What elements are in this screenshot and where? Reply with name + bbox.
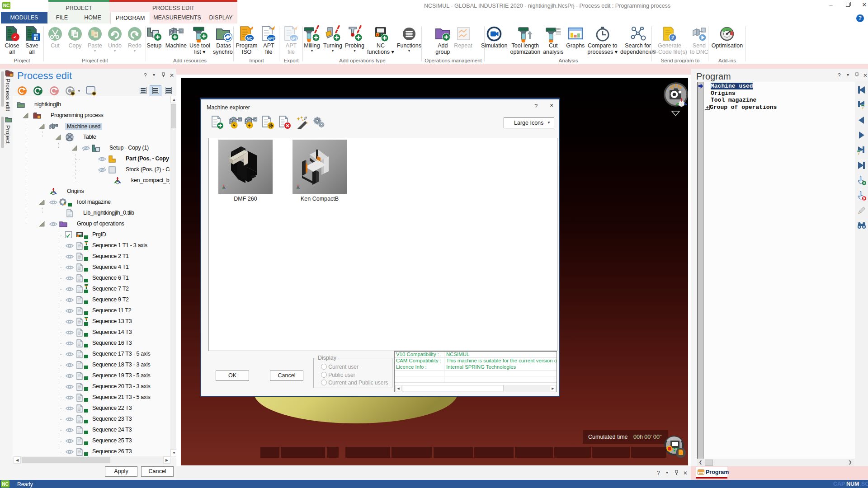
panel-pin-icon[interactable] (161, 72, 165, 79)
ribbon-button-copy[interactable]: Copy (65, 23, 85, 49)
tree-node-prgid[interactable]: PrgID (13, 230, 170, 240)
ribbon-button-save-all[interactable]: Save all (22, 23, 42, 55)
ribbon-button-paste[interactable]: Paste ▾ (85, 23, 105, 52)
program-item-machine-used[interactable]: Machine used (704, 83, 855, 89)
tree-node-sequence-20-t3-3-axis[interactable]: Sequence 20 T3 - 3 axis (13, 381, 170, 392)
program-horizontal-scrollbar[interactable]: ❮ ❯ (697, 459, 854, 466)
panel-help-icon[interactable]: ? (144, 72, 147, 79)
program-help-icon[interactable]: ? (838, 72, 841, 79)
ribbon-button-machine[interactable]: Machine (164, 23, 188, 49)
ribbon-button-generate-g-code-file-s[interactable]: 2 Generate G-Code file(s) (651, 23, 689, 55)
go-last-icon[interactable] (856, 160, 867, 171)
ribbon-button-program-iso[interactable]: NC Program ISO (235, 23, 259, 55)
program-bottom-tab[interactable]: Program (696, 467, 727, 479)
ribbon-button-milling[interactable]: Milling ▾ (302, 23, 322, 52)
visibility-on-icon[interactable] (65, 449, 74, 455)
visibility-on-icon[interactable] (65, 297, 74, 303)
view-list-large-button[interactable] (161, 88, 174, 95)
ribbon-button-datas-synchro[interactable]: Datas synchro. (212, 23, 236, 55)
step-back-icon[interactable] (856, 115, 867, 126)
radio-option-current-user[interactable]: Current user (321, 364, 388, 372)
visibility-on-icon[interactable] (65, 275, 74, 282)
bottom-close-icon[interactable]: ✕ (683, 470, 688, 476)
tree-node-part-pos-copy[interactable]: Part (Pos. - Copy (13, 154, 170, 164)
radio-option-public-user[interactable]: Public user (321, 372, 388, 380)
visibility-on-icon[interactable] (65, 319, 74, 325)
tree-node-sequence-14-t3[interactable]: Sequence 14 T3 (13, 327, 170, 338)
tree-horizontal-scrollbar[interactable]: ◀ ▶ (14, 456, 170, 464)
pencil-icon[interactable] (856, 206, 867, 216)
ribbon-button-optimisation[interactable]: Optimisation (710, 23, 744, 49)
tab-home[interactable]: HOME (76, 12, 109, 23)
tree-node-sequence-2-t1[interactable]: Sequence 2 T1 (13, 251, 170, 262)
tree-node-sequence-13-t3[interactable]: Sequence 13 T3 (13, 316, 170, 327)
visibility-on-icon[interactable] (65, 405, 74, 412)
toolbar-dropdown-icon[interactable]: ▾ (78, 89, 80, 93)
restore-button[interactable] (842, 0, 854, 10)
bottom-dropdown-icon[interactable]: ▾ (666, 470, 668, 475)
program-scroll-left-icon[interactable]: ❮ (697, 459, 704, 466)
ribbon-button-send-to-dnc[interactable]: Send to DNC (689, 23, 710, 55)
ribbon-button-tool-length-optimization[interactable]: Tool length optimization (509, 23, 542, 55)
machine-delete-icon[interactable] (277, 115, 292, 129)
tree-node-machine-used[interactable]: Machine used (13, 121, 170, 132)
visibility-on-icon[interactable] (65, 394, 74, 401)
tree-node-origins[interactable]: Origins (13, 186, 170, 197)
ok-button[interactable]: OK (216, 371, 249, 381)
ribbon-button-turning[interactable]: Turning ▾ (322, 23, 344, 52)
expand-triangle-icon[interactable] (23, 113, 28, 118)
visibility-on-icon[interactable] (65, 416, 74, 422)
view-list-medium-button[interactable] (148, 88, 161, 95)
play-icon[interactable] (856, 130, 867, 141)
tree-node-sequence-4-t1[interactable]: Sequence 4 T1 (13, 262, 170, 273)
tree-node-ken-compact-b-tch-19[interactable]: ken_compact_b_tch_19[ (13, 175, 170, 186)
dialog-cancel-button[interactable]: Cancel (270, 371, 303, 381)
tree-node-tool-magazine[interactable]: Tool magazine (13, 197, 170, 208)
expand-triangle-icon[interactable] (55, 134, 61, 140)
visibility-on-icon[interactable] (65, 362, 74, 368)
machine-item[interactable]: Ken CompactB (292, 139, 347, 202)
expander-plus-icon[interactable] (705, 105, 710, 110)
step-forward-tool-icon[interactable] (856, 145, 867, 156)
minimize-button[interactable]: – (825, 0, 837, 10)
program-item-origins[interactable]: Origins (704, 90, 855, 97)
visibility-on-icon[interactable] (65, 340, 74, 347)
close-window-button[interactable]: ✕ (858, 0, 868, 10)
visibility-off-icon[interactable] (81, 145, 90, 151)
camera-widget[interactable] (660, 78, 688, 121)
machine-import-icon[interactable] (228, 115, 242, 129)
program-close-icon[interactable]: ✕ (863, 72, 868, 79)
radio-option-current-and-public-users[interactable]: Current and Public users (321, 380, 388, 388)
contextual-header-project[interactable]: PROJECT (48, 0, 109, 12)
machine-props-icon[interactable] (260, 115, 275, 129)
binoculars-icon[interactable] (856, 221, 867, 232)
visibility-on-icon[interactable] (49, 221, 58, 227)
view-mode-select[interactable]: Large Icons ▼ (504, 117, 554, 128)
tree-node-programming-process[interactable]: Programming process (13, 110, 170, 121)
tab-program[interactable]: PROGRAM (110, 12, 150, 24)
tree-node-sequence-1-t1-3-axis[interactable]: Sequence 1 T1 - 3 axis (13, 240, 170, 251)
ribbon-button-functions[interactable]: Functions ▾ (396, 23, 423, 52)
hand-add-icon[interactable] (856, 175, 867, 186)
hand-remove-icon[interactable] (856, 191, 867, 202)
program-item-tool-magazine[interactable]: Tool magazine (704, 97, 855, 103)
ribbon-button-cut-analysis[interactable]: Cut analysis (542, 23, 565, 55)
tree-node-sequence-18-t3-3-axis[interactable]: Sequence 18 T3 - 3 axis (13, 360, 170, 371)
expand-triangle-icon[interactable] (39, 199, 45, 205)
ribbon-button-repeat[interactable]: Repeat (453, 23, 473, 49)
info-table-scrollbar[interactable]: ◀ ▶ (395, 385, 557, 392)
program-item-group-of-operations[interactable]: Group of operations (704, 104, 855, 111)
visibility-on-icon[interactable] (65, 253, 74, 260)
ribbon-button-graphs[interactable]: Graphs (565, 23, 586, 49)
visibility-off-icon[interactable] (98, 167, 107, 173)
visibility-on-icon[interactable] (65, 329, 74, 336)
ribbon-button-nc-functions[interactable]: NC functions ▾ (366, 23, 396, 55)
visibility-on-icon[interactable] (65, 286, 74, 292)
ribbon-button-undo[interactable]: Undo ▾ (105, 23, 125, 52)
ribbon-button-use-tool-list[interactable]: Use tool list ▾ (188, 23, 212, 55)
visibility-on-icon[interactable] (49, 199, 58, 206)
visibility-on-icon[interactable] (65, 243, 74, 249)
visibility-on-icon[interactable] (65, 264, 74, 271)
visibility-on-icon[interactable] (65, 373, 74, 379)
tree-node-sequence-26-t3[interactable]: Sequence 26 T3 (13, 446, 170, 456)
